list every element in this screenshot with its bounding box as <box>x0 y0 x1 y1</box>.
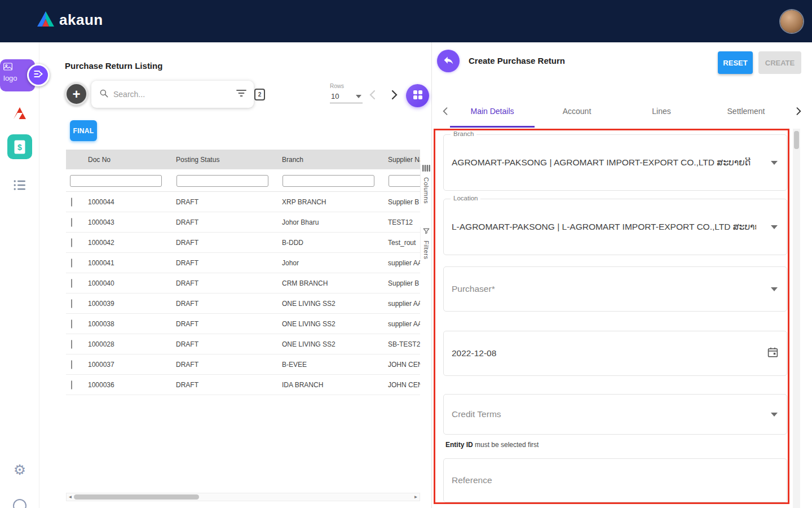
cell-doc-no: 1000041 <box>85 259 173 267</box>
apps-grid-button[interactable] <box>406 84 429 107</box>
chevron-down-icon <box>771 287 778 291</box>
sidebar-bottom-item[interactable] <box>0 499 39 508</box>
tab-account[interactable]: Account <box>535 95 619 128</box>
cell-supplier: supplier AA <box>385 259 420 267</box>
row-checkbox[interactable] <box>71 380 72 389</box>
cell-supplier: SB-TEST2 <box>385 340 420 348</box>
rows-per-page-select[interactable]: Rows 10 <box>330 83 363 103</box>
filter-input-posting-status[interactable] <box>176 175 268 187</box>
reset-button[interactable]: RESET <box>718 51 753 74</box>
cell-branch: Johor Bharu <box>279 218 385 226</box>
next-page-button[interactable] <box>387 87 401 102</box>
cell-doc-no: 1000036 <box>85 381 173 389</box>
purchaser-placeholder: Purchaser* <box>452 284 495 294</box>
vertical-scroll-thumb[interactable] <box>794 131 799 149</box>
table-row[interactable]: 1000038 DRAFT ONE LIVING SS2 supplier AA <box>66 314 420 334</box>
tabs-scroll-right-icon[interactable] <box>792 104 805 118</box>
cell-doc-no: 1000028 <box>85 340 173 348</box>
branch-select[interactable]: Branch AGROMART-PAKSONG | AGROMART IMPOR… <box>443 134 787 191</box>
final-filter-button[interactable]: FINAL <box>70 120 97 141</box>
credit-terms-placeholder: Credit Terms <box>452 409 501 419</box>
cell-doc-no: 1000043 <box>85 218 173 226</box>
row-checkbox[interactable] <box>71 360 72 369</box>
scroll-left-arrow-icon[interactable]: ◄ <box>67 493 74 501</box>
duplicate-pages-icon[interactable]: 2 <box>254 89 265 100</box>
cell-doc-no: 1000042 <box>85 239 173 247</box>
chevron-down-icon <box>771 161 778 165</box>
side-tab-filters-label: Filters <box>423 240 430 259</box>
row-checkbox[interactable] <box>71 238 72 247</box>
date-field[interactable]: 2022-12-08 <box>443 331 787 376</box>
cell-branch: ONE LIVING SS2 <box>279 320 385 328</box>
location-select[interactable]: Location L-AGROMART-PAKSONG | L-AGROMART… <box>443 199 787 255</box>
cell-branch: ONE LIVING SS2 <box>279 300 385 308</box>
cell-supplier: Supplier B <box>385 279 420 287</box>
credit-terms-select[interactable]: Credit Terms <box>443 394 787 435</box>
cell-posting-status: DRAFT <box>173 361 279 369</box>
cell-posting-status: DRAFT <box>173 320 279 328</box>
brand-triangle-icon <box>37 11 54 29</box>
listing-title: Purchase Return Listing <box>65 61 162 71</box>
row-checkbox[interactable] <box>71 198 72 207</box>
table-row[interactable]: 1000040 DRAFT CRM BRANCH Supplier B <box>66 273 420 294</box>
table-row[interactable]: 1000028 DRAFT ONE LIVING SS2 SB-TEST2 <box>66 334 420 354</box>
add-record-button[interactable]: + <box>65 82 88 106</box>
sidebar-menu-list[interactable] <box>0 179 39 193</box>
cell-posting-status: DRAFT <box>173 239 279 247</box>
table-row[interactable]: 1000043 DRAFT Johor Bharu TEST12 <box>66 212 420 233</box>
table-row[interactable]: 1000042 DRAFT B-DDD Test_rout <box>66 233 420 253</box>
header-supplier: Supplier Na <box>385 156 420 164</box>
user-avatar[interactable] <box>780 10 803 33</box>
table-filter-row <box>66 169 420 192</box>
table-row[interactable]: 1000037 DRAFT B-EVEE JOHN CENA <box>66 354 420 375</box>
row-checkbox[interactable] <box>71 259 72 268</box>
reference-field[interactable]: Reference <box>443 458 787 502</box>
sidebar-collapse-button[interactable] <box>27 64 50 86</box>
red-app-icon <box>12 106 28 124</box>
scroll-right-arrow-icon[interactable]: ► <box>412 493 420 501</box>
create-button[interactable]: CREATE <box>758 51 801 74</box>
sidebar-settings[interactable]: ⚙ <box>0 463 39 477</box>
cell-posting-status: DRAFT <box>173 300 279 308</box>
horizontal-scroll-thumb[interactable] <box>74 494 199 500</box>
filter-input-supplier[interactable] <box>389 175 420 187</box>
search-input[interactable] <box>113 90 232 99</box>
cell-doc-no: 1000039 <box>85 300 173 308</box>
tab-settlement[interactable]: Settlement <box>704 95 788 128</box>
search-bar <box>91 81 254 108</box>
table-row[interactable]: 1000036 DRAFT IDA BRANCH JOHN CENA <box>66 375 420 395</box>
filter-input-branch[interactable] <box>283 175 374 187</box>
table-row[interactable]: 1000044 DRAFT XRP BRANCH Supplier B <box>66 192 420 212</box>
settings-gear-icon: ⚙ <box>14 463 26 477</box>
row-checkbox[interactable] <box>71 319 72 329</box>
row-checkbox[interactable] <box>71 299 72 308</box>
purchaser-select[interactable]: Purchaser* <box>443 266 787 312</box>
location-label: Location <box>451 195 480 202</box>
tab-lines[interactable]: Lines <box>619 95 704 128</box>
side-tab-columns[interactable]: Columns <box>420 164 431 204</box>
cell-supplier: JOHN CENA <box>385 381 420 389</box>
search-icon <box>99 88 109 100</box>
header-doc-no: Doc No <box>85 156 173 164</box>
filter-input-doc-no[interactable] <box>70 175 162 187</box>
horizontal-scroll-track[interactable] <box>74 493 412 501</box>
vertical-scrollbar[interactable] <box>793 129 800 508</box>
row-checkbox[interactable] <box>71 218 72 227</box>
cell-supplier: JOHN CENA <box>385 361 420 369</box>
side-tab-filters[interactable]: Filters <box>420 227 431 259</box>
row-checkbox[interactable] <box>71 340 72 349</box>
chevron-down-icon <box>771 225 778 229</box>
back-button[interactable] <box>437 50 460 72</box>
cell-supplier: Test_rout <box>385 239 420 247</box>
sidebar-app-red[interactable] <box>0 106 39 124</box>
table-row[interactable]: 1000041 DRAFT Johor supplier AA <box>66 253 420 273</box>
sidebar-app-billing[interactable]: $ <box>0 134 39 159</box>
calendar-icon[interactable] <box>767 347 779 361</box>
horizontal-scrollbar[interactable]: ◄ ► <box>66 493 420 501</box>
row-checkbox[interactable] <box>71 279 72 288</box>
tab-main-details[interactable]: Main Details <box>450 95 535 128</box>
create-purchase-return-panel: Create Purchase Return RESET CREATE Main… <box>431 42 812 508</box>
filter-list-icon[interactable] <box>236 89 246 99</box>
table-row[interactable]: 1000039 DRAFT ONE LIVING SS2 supplier AA <box>66 294 420 314</box>
previous-page-button[interactable] <box>365 87 380 102</box>
